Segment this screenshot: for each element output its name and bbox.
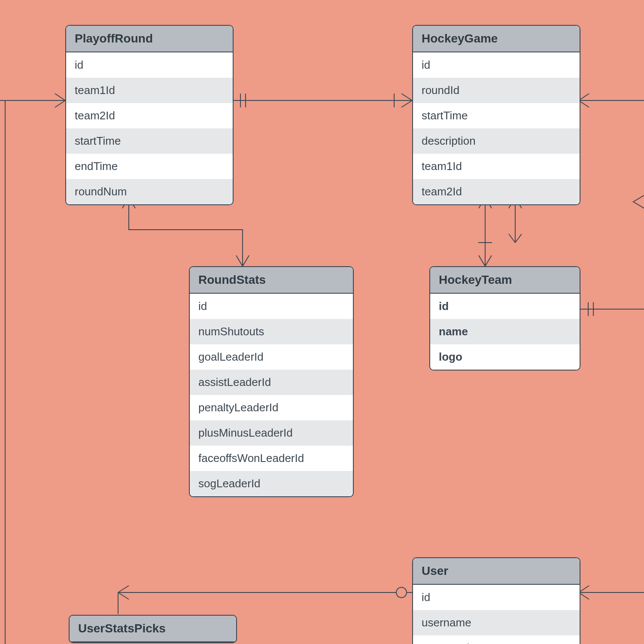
entity-fields: id name logo	[430, 294, 580, 370]
entity-hockey-team[interactable]: HockeyTeam id name logo	[429, 266, 580, 371]
entity-title: UserStatsPicks	[70, 616, 236, 642]
field: faceoffsWonLeaderId	[190, 446, 353, 471]
field: endTime	[66, 154, 233, 179]
field: startTime	[66, 128, 233, 154]
entity-title: HockeyGame	[413, 26, 580, 52]
entity-fields: id numShutouts goalLeaderId assistLeader…	[190, 294, 353, 496]
field: roundNum	[66, 179, 233, 204]
field: team1Id	[413, 154, 580, 179]
field: sogLeaderId	[190, 471, 353, 496]
field: username	[413, 610, 580, 635]
field: team2Id	[66, 103, 233, 128]
entity-user-stats-picks[interactable]: UserStatsPicks	[69, 615, 237, 643]
field: id	[66, 52, 233, 78]
entity-fields: id roundId startTime description team1Id…	[413, 52, 580, 204]
field: startTime	[413, 103, 580, 128]
entity-title: RoundStats	[190, 267, 353, 294]
entity-round-stats[interactable]: RoundStats id numShutouts goalLeaderId a…	[189, 266, 354, 497]
field: id	[413, 585, 580, 610]
entity-fields: id username password	[413, 585, 580, 644]
field: id	[413, 52, 580, 78]
entity-user[interactable]: User id username password	[412, 557, 580, 644]
entity-title: User	[413, 558, 580, 585]
entity-hockey-game[interactable]: HockeyGame id roundId startTime descript…	[412, 25, 580, 205]
entity-title: PlayoffRound	[66, 26, 233, 52]
entity-playoff-round[interactable]: PlayoffRound id team1Id team2Id startTim…	[65, 25, 234, 205]
field: id	[190, 294, 353, 319]
field: penaltyLeaderId	[190, 395, 353, 420]
field: goalLeaderId	[190, 344, 353, 370]
field: description	[413, 128, 580, 154]
field: assistLeaderId	[190, 370, 353, 395]
field: team1Id	[66, 78, 233, 103]
entity-title: HockeyTeam	[430, 267, 580, 294]
svg-point-14	[396, 587, 407, 598]
field: numShutouts	[190, 319, 353, 344]
field: name	[430, 319, 580, 344]
field: password	[413, 635, 580, 644]
field: plusMinusLeaderId	[190, 420, 353, 446]
er-diagram: { "entities": { "playoffRound": { "title…	[0, 0, 644, 644]
field: logo	[430, 344, 580, 370]
entity-fields: id team1Id team2Id startTime endTime rou…	[66, 52, 233, 204]
field: team2Id	[413, 179, 580, 204]
field: id	[430, 294, 580, 319]
field: roundId	[413, 78, 580, 103]
